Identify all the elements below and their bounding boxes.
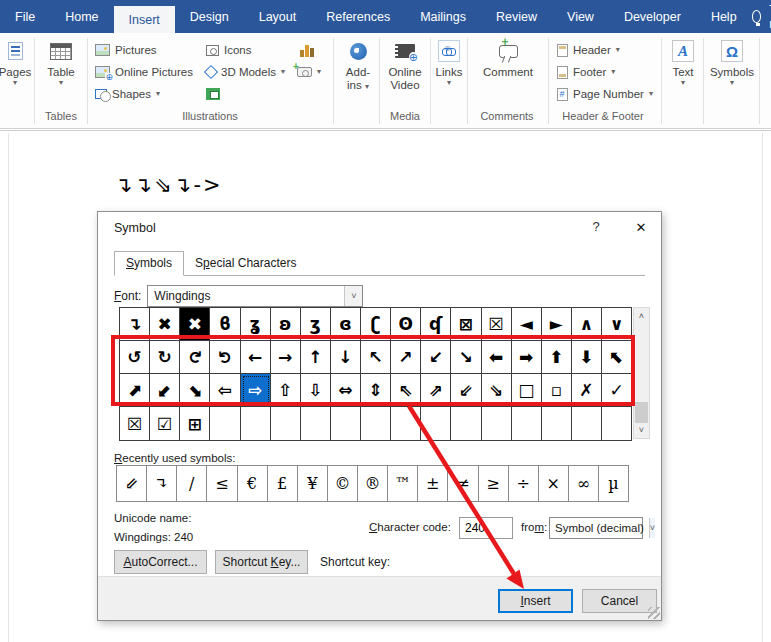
symbol-cell[interactable]: ⬅ [482, 341, 512, 373]
symbol-cell[interactable] [451, 407, 481, 440]
symbol-cell[interactable]: ⇧ [271, 374, 301, 406]
symbol-cell[interactable]: ✗ [572, 374, 602, 406]
symbol-cell[interactable]: ↺ [120, 341, 150, 373]
recent-symbol-cell[interactable]: © [328, 466, 358, 501]
symbol-cell[interactable]: ▫ [542, 374, 572, 406]
symbol-cell[interactable]: ✓ [602, 374, 631, 406]
tab-symbols[interactable]: Symbols [114, 251, 184, 276]
symbol-cell[interactable] [602, 407, 631, 440]
grid-scrollbar[interactable]: ˄ ˅ [633, 307, 650, 439]
symbol-cell[interactable]: ↑ [301, 341, 331, 373]
page-number-button[interactable]: Page Number ▾ [557, 85, 653, 103]
symbol-cell[interactable]: ↖ [361, 341, 391, 373]
recent-symbol-cell[interactable]: ® [358, 466, 388, 501]
symbol-cell[interactable]: ↴ [120, 308, 150, 340]
symbol-cell[interactable] [512, 407, 542, 440]
symbol-cell[interactable] [301, 407, 331, 440]
comment-button[interactable]: Comment [470, 38, 546, 79]
table-button[interactable]: Table ▾ [38, 38, 84, 87]
symbol-cell[interactable]: ◄ [512, 308, 542, 340]
recent-symbol-cell[interactable]: ↴ [147, 466, 177, 501]
symbol-cell[interactable]: ʚ [271, 308, 301, 340]
recent-symbol-cell[interactable]: ∞ [569, 466, 599, 501]
close-icon[interactable]: ✕ [628, 217, 654, 239]
symbol-cell[interactable]: ⊞ [180, 407, 210, 440]
symbol-cell[interactable]: ϐ [210, 308, 240, 340]
symbol-cell[interactable]: ∨ [602, 308, 631, 340]
recent-symbol-cell[interactable]: £ [268, 466, 298, 501]
symbol-cell[interactable]: ⇦ [210, 374, 240, 406]
ribbon-tab-home[interactable]: Home [50, 0, 113, 33]
recent-symbol-cell[interactable]: ™ [388, 466, 418, 501]
resize-grip[interactable] [648, 607, 660, 619]
symbol-cell[interactable]: ⬆ [542, 341, 572, 373]
symbol-cell[interactable]: ⇕ [361, 374, 391, 406]
symbol-cell[interactable]: ↗ [391, 341, 421, 373]
symbol-cell[interactable]: ► [542, 308, 572, 340]
recent-symbol-cell[interactable]: ¥ [298, 466, 328, 501]
symbol-cell[interactable]: ↺ [210, 341, 240, 373]
symbol-cell[interactable]: ↻ [180, 341, 210, 373]
symbol-cell[interactable]: ✖ [180, 308, 210, 340]
ribbon-tab-layout[interactable]: Layout [244, 0, 312, 33]
scroll-up-icon[interactable]: ˄ [634, 308, 649, 324]
symbol-cell[interactable]: ← [241, 341, 271, 373]
symbol-cell[interactable]: ∧ [572, 308, 602, 340]
3d-models-button[interactable]: 3D Models ▾ [206, 63, 285, 81]
symbol-cell[interactable]: → [271, 341, 301, 373]
header-button[interactable]: Header ▾ [557, 41, 620, 59]
shortcut-key-button[interactable]: Shortcut Key... [215, 550, 308, 574]
help-button[interactable]: ? [585, 219, 607, 234]
symbol-cell[interactable] [391, 407, 421, 440]
symbol-cell[interactable]: ⬉ [602, 341, 631, 373]
symbol-cell[interactable]: ⇩ [301, 374, 331, 406]
smartart-button[interactable] [206, 85, 220, 103]
ribbon-tab-design[interactable]: Design [175, 0, 244, 33]
symbol-cell[interactable]: ⇗ [421, 374, 451, 406]
recent-symbol-cell[interactable]: ÷ [509, 466, 539, 501]
ribbon-tab-mailings[interactable]: Mailings [405, 0, 481, 33]
symbols-button[interactable]: Ω Symbols ▾ [706, 38, 758, 87]
recent-symbol-cell[interactable]: ≥ [479, 466, 509, 501]
symbol-cell[interactable]: ʠ [421, 308, 451, 340]
insert-button[interactable]: Insert [498, 589, 573, 613]
footer-button[interactable]: Footer ▾ [557, 63, 615, 81]
symbol-cell[interactable]: ⬈ [120, 374, 150, 406]
symbol-cell[interactable]: ↘ [451, 341, 481, 373]
font-dropdown[interactable]: Wingdings ˅ [147, 285, 363, 307]
ribbon-tab-references[interactable]: References [311, 0, 405, 33]
symbol-cell[interactable]: ⬋ [150, 374, 180, 406]
symbol-cell[interactable] [241, 407, 271, 440]
character-code-input[interactable] [459, 517, 513, 539]
symbol-cell[interactable]: ⇔ [331, 374, 361, 406]
symbol-cell[interactable]: ☒ [120, 407, 150, 440]
recent-symbol-cell[interactable]: / [177, 466, 207, 501]
symbol-cell[interactable]: ✖ [150, 308, 180, 340]
recent-symbol-cell[interactable]: ⇙ [117, 466, 147, 501]
symbol-cell[interactable]: ⇙ [451, 374, 481, 406]
scroll-down-icon[interactable]: ˅ [634, 422, 649, 438]
symbol-cell[interactable]: ʓ [241, 308, 271, 340]
recent-symbol-cell[interactable]: € [238, 466, 268, 501]
icons-button[interactable]: Icons [206, 41, 252, 59]
symbol-cell[interactable]: □ [512, 374, 542, 406]
symbol-cell[interactable]: ʘ [391, 308, 421, 340]
symbol-cell[interactable]: ⇖ [391, 374, 421, 406]
symbol-cell[interactable]: ➡ [512, 341, 542, 373]
symbol-cell[interactable]: ʒ [301, 308, 331, 340]
symbol-cell[interactable]: ↻ [150, 341, 180, 373]
chevron-down-icon[interactable]: ˅ [649, 518, 655, 538]
symbol-cell[interactable]: ☑ [150, 407, 180, 440]
symbol-cell[interactable] [210, 407, 240, 440]
pictures-button[interactable]: Pictures [95, 41, 157, 59]
symbol-cell[interactable] [482, 407, 512, 440]
scrollbar-thumb[interactable] [635, 402, 648, 423]
symbol-cell-selected[interactable]: ⇨ [241, 374, 271, 406]
links-button[interactable]: ⊕ Links ▾ [431, 38, 467, 87]
ribbon-tab-developer[interactable]: Developer [609, 0, 696, 33]
symbol-cell[interactable] [542, 407, 572, 440]
symbol-cell[interactable] [361, 407, 391, 440]
chevron-down-icon[interactable]: ˅ [344, 286, 362, 306]
shapes-button[interactable]: Shapes ▾ [95, 85, 160, 103]
recent-symbol-cell[interactable]: ± [418, 466, 448, 501]
